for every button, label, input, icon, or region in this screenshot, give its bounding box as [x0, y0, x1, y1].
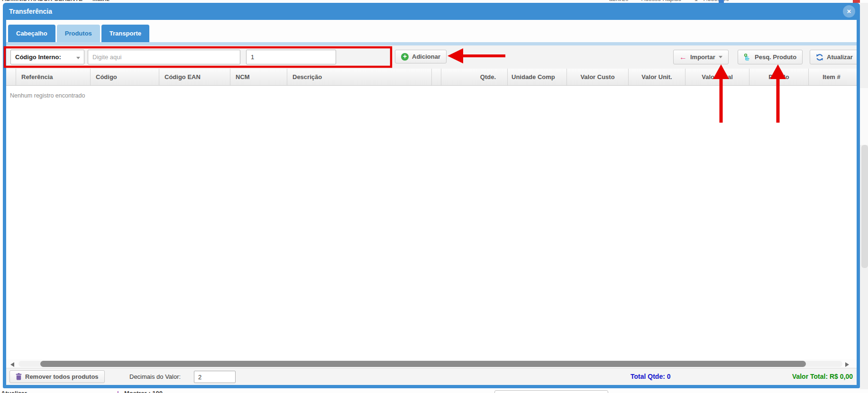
scroll-left-button[interactable]	[10, 361, 16, 366]
background-bottom-mostrar: Mostrar : 100	[124, 390, 163, 393]
code-type-select[interactable]: Código Interno:	[10, 50, 84, 64]
scroll-left-icon	[10, 362, 14, 367]
total-value: Valor Total: R$ 0,00	[792, 368, 853, 385]
column-header-valor-custo[interactable]: Valor Custo	[566, 69, 628, 85]
scroll-right-button[interactable]	[845, 361, 851, 366]
add-plus-icon: +	[401, 53, 409, 61]
background-top-right-text: abril/20 Acesso Rápido 1 7.533.486	[609, 0, 729, 2]
column-header-qtde[interactable]: Qtde.	[441, 69, 507, 85]
add-product-button[interactable]: + Adicionar	[395, 50, 447, 63]
tab-cabecalho[interactable]: Cabeçalho	[8, 25, 55, 42]
column-header-codigo-ean[interactable]: Código EAN	[159, 69, 230, 85]
product-tree-icon	[744, 54, 751, 61]
scrollbar-track[interactable]	[18, 361, 842, 367]
background-bottom-separator: |	[117, 390, 119, 393]
column-header-codigo[interactable]: Código	[90, 69, 159, 85]
empty-grid-message: Nenhum registro encontrado	[6, 86, 85, 99]
modal-titlebar: Transferência ×	[3, 3, 860, 20]
product-code-input[interactable]	[88, 50, 240, 64]
background-right-strip	[860, 3, 868, 389]
modal-content: Cabeçalho Produtos Transporte Código Int…	[6, 20, 857, 385]
decimals-label: Decimais do Valor:	[129, 368, 181, 385]
column-header-ncm[interactable]: NCM	[230, 69, 287, 85]
scrollbar-thumb[interactable]	[40, 361, 806, 367]
search-product-button[interactable]: Pesq. Produto	[738, 50, 803, 64]
horizontal-scrollbar	[6, 359, 857, 368]
column-header-referencia[interactable]: Referência	[16, 69, 90, 85]
background-bottombar: Atualizar | Mostrar : 100	[0, 389, 868, 393]
column-header-valor-total[interactable]: Valor Total	[685, 69, 749, 85]
quantity-input[interactable]	[246, 50, 336, 64]
modal-footer: Remover todos produtos Decimais do Valor…	[6, 368, 857, 385]
search-product-label: Pesq. Produto	[755, 54, 796, 61]
refresh-icon	[816, 54, 823, 61]
refresh-button[interactable]: Atualizar	[810, 50, 857, 64]
column-header-unidade[interactable]: Unidade Comp	[507, 69, 566, 85]
trash-icon	[16, 373, 22, 380]
import-button-label: Importar	[690, 54, 715, 61]
refresh-button-label: Atualizar	[827, 54, 853, 61]
grid-body: Nenhum registro encontrado	[6, 86, 857, 359]
code-type-label: Código Interno:	[11, 54, 73, 61]
import-button[interactable]: ← Importar	[673, 50, 729, 64]
import-arrow-icon: ←	[679, 54, 687, 61]
scroll-right-icon	[845, 362, 849, 367]
column-header-item[interactable]: Item #	[808, 69, 854, 85]
tab-produtos[interactable]: Produtos	[57, 25, 100, 42]
import-dropdown-caret-icon	[719, 56, 722, 58]
column-header-valor-unit[interactable]: Valor Unit.	[628, 69, 685, 85]
chevron-down-icon	[73, 54, 84, 61]
close-icon: ×	[847, 7, 851, 15]
background-top-left-text: ADMINISTRADOR GERENTE Matriz	[2, 0, 110, 2]
grid-header-row: Referência Código Código EAN NCM Descriç…	[6, 69, 857, 86]
transfer-modal: Transferência × Cabeçalho Produtos Trans…	[3, 3, 860, 388]
product-toolbar: Código Interno: + Adicionar ← Importar	[6, 45, 857, 69]
column-header-spacer	[431, 69, 441, 85]
column-header-pedido[interactable]: Pedido	[749, 69, 808, 85]
remove-all-products-label: Remover todos produtos	[25, 373, 99, 380]
background-right-scroll-fragment	[861, 145, 868, 268]
add-button-label: Adicionar	[412, 53, 440, 60]
tab-divider-strip	[6, 42, 857, 45]
background-bottom-input-fragment	[494, 390, 608, 393]
tab-transporte[interactable]: Transporte	[101, 25, 149, 42]
page: ADMINISTRADOR GERENTE Matriz abril/20 Ac…	[0, 0, 868, 393]
remove-all-products-button[interactable]: Remover todos produtos	[9, 370, 105, 383]
close-button[interactable]: ×	[843, 5, 855, 18]
total-quantity-value: Total Qtde: 0	[630, 368, 671, 385]
decimals-input[interactable]	[194, 371, 236, 383]
tab-bar: Cabeçalho Produtos Transporte	[6, 20, 857, 42]
modal-title: Transferência	[9, 8, 52, 15]
column-header-descricao[interactable]: Descrição	[287, 69, 431, 85]
background-bottom-atualizar: Atualizar	[1, 390, 27, 393]
background-right-white	[860, 88, 868, 145]
column-header-selector	[6, 69, 16, 85]
